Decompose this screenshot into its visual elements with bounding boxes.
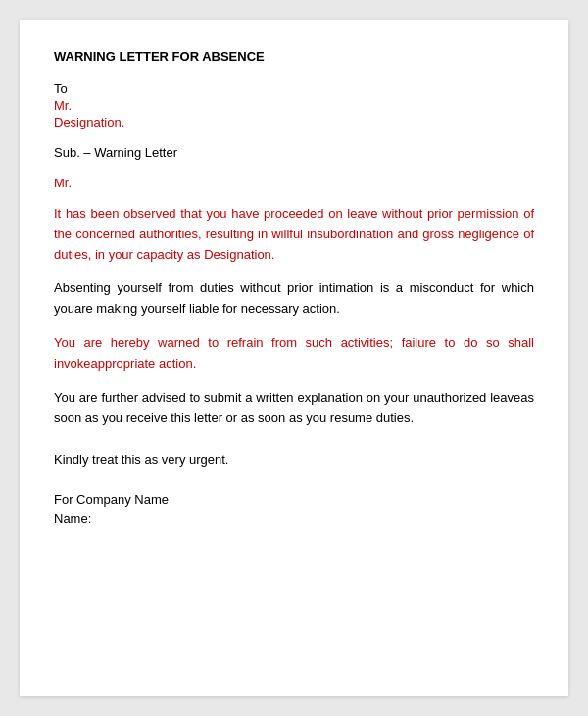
letter-paragraph-4: You are further advised to submit a writ…: [54, 388, 534, 430]
letter-container: WARNING LETTER FOR ABSENCE To Mr. Design…: [20, 20, 568, 696]
letter-to: To: [54, 81, 534, 96]
letter-footer-name: Name:: [54, 511, 534, 526]
letter-paragraph-1: It has been observed that you have proce…: [54, 204, 534, 265]
letter-paragraph-5: Kindly treat this as very urgent.: [54, 450, 534, 471]
letter-footer-company: For Company Name: [54, 492, 534, 507]
letter-paragraph-3: You are hereby warned to refrain from su…: [54, 333, 534, 375]
letter-sub: Sub. – Warning Letter: [54, 145, 534, 160]
letter-salutation: Mr.: [54, 176, 534, 190]
letter-paragraph-2: Absenting yourself from duties without p…: [54, 279, 534, 320]
letter-designation: Designation.: [54, 115, 534, 129]
letter-title: WARNING LETTER FOR ABSENCE: [54, 49, 534, 64]
letter-mr: Mr.: [54, 98, 534, 113]
